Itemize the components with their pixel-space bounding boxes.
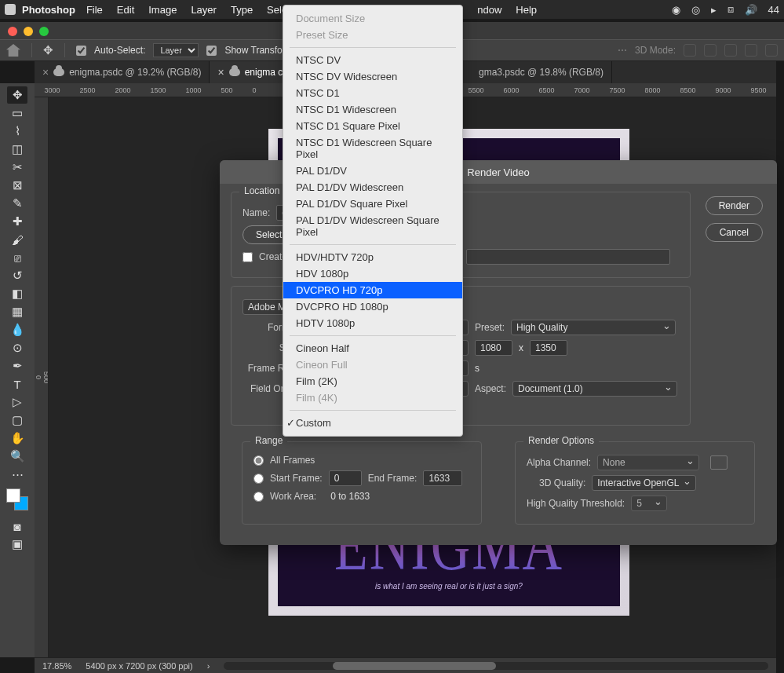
close-tab-icon[interactable]: × [217, 66, 224, 79]
alpha-channel-select: None [597, 455, 699, 470]
all-frames-radio[interactable] [253, 455, 264, 466]
dropdown-item[interactable]: PAL D1/DV Widescreen Square Pixel [283, 212, 462, 240]
dropdown-item-highlighted[interactable]: DVCPRO HD 720p [283, 282, 462, 298]
start-frame-input[interactable] [329, 470, 362, 486]
dropdown-item[interactable]: NTSC DV Widescreen [283, 68, 462, 85]
dropdown-item[interactable]: HDTV 1080p [283, 315, 462, 331]
fg-color-swatch[interactable] [6, 488, 20, 503]
dropdown-item[interactable]: NTSC D1 Square Pixel [283, 118, 462, 134]
3d-slide-icon[interactable] [745, 44, 757, 57]
eraser-tool[interactable]: ◧ [7, 285, 27, 302]
object-select-tool[interactable]: ◫ [7, 141, 27, 158]
3d-orbit-icon[interactable] [684, 44, 696, 57]
work-area-radio[interactable] [253, 492, 264, 502]
zoom-level[interactable]: 17.85% [42, 661, 71, 671]
cancel-button[interactable]: Cancel [706, 223, 763, 242]
status-battery[interactable]: 44 [768, 4, 779, 16]
create-subfolder-checkbox[interactable] [242, 252, 253, 262]
edit-toolbar[interactable]: ⋯ [7, 466, 27, 483]
3d-quality-label: 3D Quality: [539, 477, 585, 488]
dropdown-item[interactable]: NTSC D1 [283, 85, 462, 101]
vertical-ruler[interactable]: 0500100015002000250030003500400045005000… [35, 97, 49, 657]
screen-mode-icon[interactable]: ▣ [7, 536, 27, 553]
status-volume-icon[interactable]: 🔊 [745, 4, 757, 16]
lasso-tool[interactable]: ⌇ [7, 123, 27, 140]
menu-edit[interactable]: Edit [117, 4, 134, 16]
quick-mask-icon[interactable]: ◙ [7, 518, 27, 535]
type-tool[interactable]: T [7, 375, 27, 393]
brush-tool[interactable]: 🖌 [7, 231, 27, 248]
range-section: Range All Frames Start Frame: End Frame:… [242, 441, 482, 525]
menu-help[interactable]: Help [516, 4, 537, 16]
3d-camera-icon[interactable] [765, 44, 778, 57]
app-name[interactable]: Photoshop [22, 4, 75, 16]
zoom-window-button[interactable] [39, 27, 49, 36]
document-tab[interactable]: gma3.psdc @ 19.8% (RGB/8) [471, 61, 612, 83]
close-window-button[interactable] [8, 27, 17, 36]
status-play-icon[interactable]: ▸ [711, 4, 717, 16]
end-frame-input[interactable] [423, 470, 462, 486]
menu-type[interactable]: Type [231, 4, 253, 16]
minimize-window-button[interactable] [24, 27, 33, 36]
move-tool[interactable]: ✥ [7, 86, 27, 104]
height-input[interactable] [530, 340, 567, 356]
menu-file[interactable]: File [86, 4, 103, 16]
status-app-icon[interactable]: ⧈ [727, 3, 734, 16]
start-frame-radio[interactable] [253, 474, 264, 484]
zoom-tool[interactable]: 🔍 [7, 448, 27, 465]
aspect-select[interactable]: Document (1.0) [512, 381, 677, 397]
dropdown-item[interactable]: HDV 1080p [283, 265, 462, 282]
gradient-tool[interactable]: ▦ [7, 303, 27, 320]
marquee-tool[interactable]: ▭ [7, 104, 27, 122]
show-transform-checkbox[interactable] [206, 46, 217, 56]
pen-tool[interactable]: ✒ [7, 357, 27, 375]
3d-quality-select[interactable]: Interactive OpenGL [592, 475, 696, 491]
3d-pan-icon[interactable] [724, 44, 737, 57]
blur-tool[interactable]: 💧 [7, 321, 27, 338]
history-brush-tool[interactable]: ↺ [7, 267, 27, 284]
crop-tool[interactable]: ✂ [7, 159, 27, 176]
width-input[interactable] [475, 340, 512, 356]
dropdown-item[interactable]: HDV/HDTV 720p [283, 249, 462, 265]
apple-icon[interactable] [5, 4, 16, 15]
3d-roll-icon[interactable] [704, 44, 717, 57]
auto-select-label: Auto-Select: [94, 45, 145, 56]
dropdown-item[interactable]: NTSC D1 Widescreen [283, 101, 462, 118]
menu-image[interactable]: Image [148, 4, 177, 16]
auto-select-checkbox[interactable] [76, 46, 86, 56]
dropdown-item[interactable]: NTSC DV [283, 52, 462, 68]
status-airdrop-icon[interactable]: ◎ [691, 4, 700, 16]
frame-tool[interactable]: ⊠ [7, 177, 27, 194]
dropdown-item[interactable]: PAL D1/DV Square Pixel [283, 196, 462, 212]
dodge-tool[interactable]: ⊙ [7, 339, 27, 357]
more-icon[interactable]: ⋯ [618, 45, 627, 56]
cloud-icon [53, 68, 64, 76]
menu-layer[interactable]: Layer [191, 4, 217, 16]
status-record-icon[interactable]: ◉ [672, 4, 680, 16]
close-tab-icon[interactable]: × [42, 66, 49, 79]
shape-tool[interactable]: ▢ [7, 411, 27, 429]
hand-tool[interactable]: ✋ [7, 430, 27, 447]
scrollbar-thumb[interactable] [333, 662, 496, 670]
horizontal-scrollbar[interactable] [224, 662, 768, 670]
document-tab[interactable]: × enigma.psdc @ 19.2% (RGB/8) [35, 61, 210, 83]
dropdown-item[interactable]: PAL D1/DV Widescreen [283, 179, 462, 196]
menu-window[interactable]: ndow [477, 4, 501, 16]
path-select-tool[interactable]: ▷ [7, 393, 27, 411]
dropdown-item[interactable]: PAL D1/DV [283, 163, 462, 179]
healing-brush-tool[interactable]: ✚ [7, 213, 27, 230]
dropdown-item[interactable]: DVCPRO HD 1080p [283, 298, 462, 315]
dropdown-item[interactable]: Film (2K) [283, 373, 462, 390]
auto-select-type[interactable]: Layer [153, 43, 199, 57]
move-tool-icon[interactable]: ✥ [43, 43, 53, 57]
dropdown-item[interactable]: Cineon Half [283, 340, 462, 357]
render-button[interactable]: Render [706, 196, 763, 215]
clone-stamp-tool[interactable]: ⎚ [7, 249, 27, 266]
chevron-right-icon[interactable]: › [207, 661, 210, 671]
eyedropper-tool[interactable]: ✎ [7, 195, 27, 212]
dropdown-item-checked[interactable]: Custom [283, 415, 462, 431]
preset-select[interactable]: High Quality [511, 320, 676, 335]
color-swatch[interactable] [6, 488, 28, 510]
dropdown-item[interactable]: NTSC D1 Widescreen Square Pixel [283, 134, 462, 163]
home-icon[interactable] [6, 44, 20, 57]
